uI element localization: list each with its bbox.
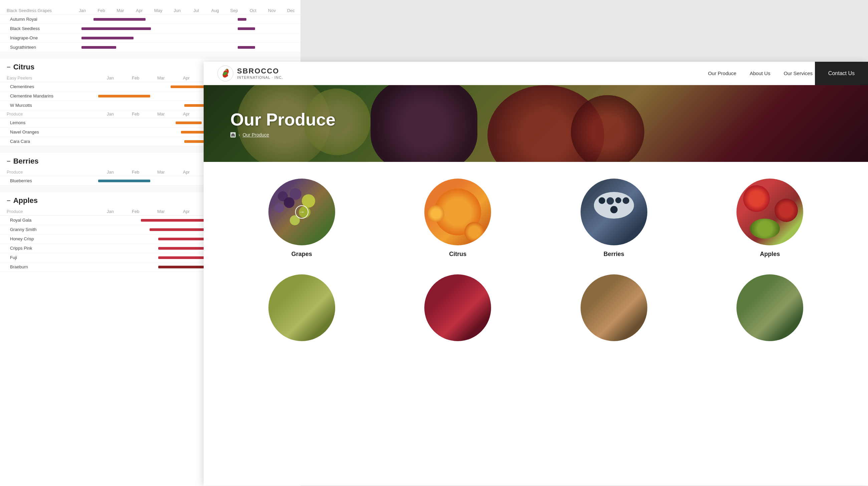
logo-icon [217, 65, 234, 82]
row-label: Honey Crisp [0, 234, 97, 244]
fruit-item-kiwi[interactable] [699, 274, 842, 341]
month-sep: Sep [225, 7, 244, 15]
citrus-circle [424, 179, 491, 245]
hero-banner: Our Produce › Our Produce [204, 85, 868, 162]
nav-our-services[interactable]: Our Services [783, 70, 813, 76]
row-label: Royal Gala [0, 216, 97, 225]
month-jan: Jan [73, 7, 92, 15]
apples-label: Apples [760, 251, 780, 258]
produce-header: Produce [0, 207, 97, 216]
breadcrumb-separator: › [238, 132, 240, 137]
row-label: Cara Cara [0, 137, 97, 146]
nav-our-produce[interactable]: Our Produce [708, 70, 737, 76]
table-row: Iniagrape-One [0, 33, 301, 43]
home-svg [231, 133, 235, 137]
brand-name: SBROCCO [237, 67, 283, 75]
row-label: Sugrathirteen [0, 43, 73, 52]
grapes-section: Black Seedless Grapes Jan Feb Mar Apr Ma… [0, 7, 301, 52]
kiwi-circle [737, 274, 803, 341]
row-label: Autumn Royal [0, 15, 73, 24]
table-row: Autumn Royal [0, 15, 301, 24]
section-divider [0, 52, 301, 59]
section-title: Citrus [13, 63, 35, 71]
section-title: Berries [13, 157, 39, 166]
row-label: Navel Oranges [0, 128, 97, 137]
produce-grid: → Grapes Citrus [204, 162, 868, 274]
grapes-section-header: Black Seedless Grapes [0, 7, 73, 15]
fruit-grid-row1: → Grapes Citrus [230, 179, 841, 258]
month-apr: Apr [130, 7, 149, 15]
produce-grid-row2 [204, 274, 868, 358]
month-jul: Jul [187, 7, 206, 15]
produce-header: Produce [0, 110, 97, 118]
hero-title: Our Produce [230, 109, 336, 130]
easy-peelers-header: Easy Peelers [0, 74, 97, 82]
fruit-item-stone[interactable] [542, 274, 685, 341]
navbar: SBROCCO INTERNATIONAL · INC. Our Produce… [204, 62, 868, 85]
citrus-label: Citrus [449, 251, 466, 258]
collapse-icon[interactable]: − [7, 63, 11, 71]
row-label: Granny Smith [0, 225, 97, 234]
fruit-item-grapes[interactable]: → Grapes [230, 179, 373, 258]
collapse-icon[interactable]: − [7, 197, 11, 205]
row-label: Fuji [0, 253, 97, 262]
contact-button[interactable]: Contact Us [815, 62, 868, 85]
breadcrumb-current[interactable]: Our Produce [243, 132, 269, 137]
fruit-item-cherries[interactable] [386, 274, 529, 341]
month-mar: Mar [111, 7, 130, 15]
table-row: Black Seedless [0, 24, 301, 33]
row-label: Blueberries [0, 176, 97, 186]
row-label: Black Seedless [0, 24, 73, 33]
pears-circle [269, 274, 335, 341]
brand-sub: INTERNATIONAL · INC. [237, 75, 283, 79]
grapes-circle: → [269, 179, 335, 245]
produce-header: Produce [0, 168, 97, 176]
row-label: Iniagrape-One [0, 33, 73, 43]
apples-circle [737, 179, 803, 245]
grapes-arrow: → [295, 205, 308, 219]
berries-circle [581, 179, 647, 245]
logo: SBROCCO INTERNATIONAL · INC. [217, 65, 283, 82]
grapes-label: Grapes [291, 251, 312, 258]
fruit-item-apples[interactable]: Apples [699, 179, 842, 258]
website-panel: SBROCCO INTERNATIONAL · INC. Our Produce… [204, 62, 868, 486]
hero-content: Our Produce › Our Produce [230, 109, 336, 137]
row-label: W Murcotts [0, 101, 97, 110]
month-dec: Dec [281, 7, 301, 15]
month-feb: Feb [92, 7, 111, 15]
month-may: May [149, 7, 168, 15]
logo-text: SBROCCO INTERNATIONAL · INC. [237, 67, 283, 79]
nav-about-us[interactable]: About Us [750, 70, 771, 76]
row-label: Lemons [0, 118, 97, 128]
cherries-circle [424, 274, 491, 341]
month-nov: Nov [262, 7, 281, 15]
home-icon[interactable] [230, 132, 236, 137]
month-aug: Aug [206, 7, 225, 15]
fruit-item-citrus[interactable]: Citrus [386, 179, 529, 258]
breadcrumb: › Our Produce [230, 132, 336, 137]
fruit-item-pears[interactable] [230, 274, 373, 341]
grapes-overlay: → [269, 179, 335, 245]
stone-circle [581, 274, 647, 341]
row-label: Clementine Mandarins [0, 92, 97, 101]
month-oct: Oct [243, 7, 262, 15]
table-row: Sugrathirteen [0, 43, 301, 52]
fruit-item-berries[interactable]: Berries [542, 179, 685, 258]
row-label: Clementines [0, 82, 97, 92]
month-jun: Jun [167, 7, 187, 15]
collapse-icon[interactable]: − [7, 158, 11, 165]
section-title: Apples [13, 196, 38, 205]
row-label: Cripps Pink [0, 244, 97, 253]
berries-label: Berries [603, 251, 624, 258]
row-label: Braeburn [0, 262, 97, 272]
